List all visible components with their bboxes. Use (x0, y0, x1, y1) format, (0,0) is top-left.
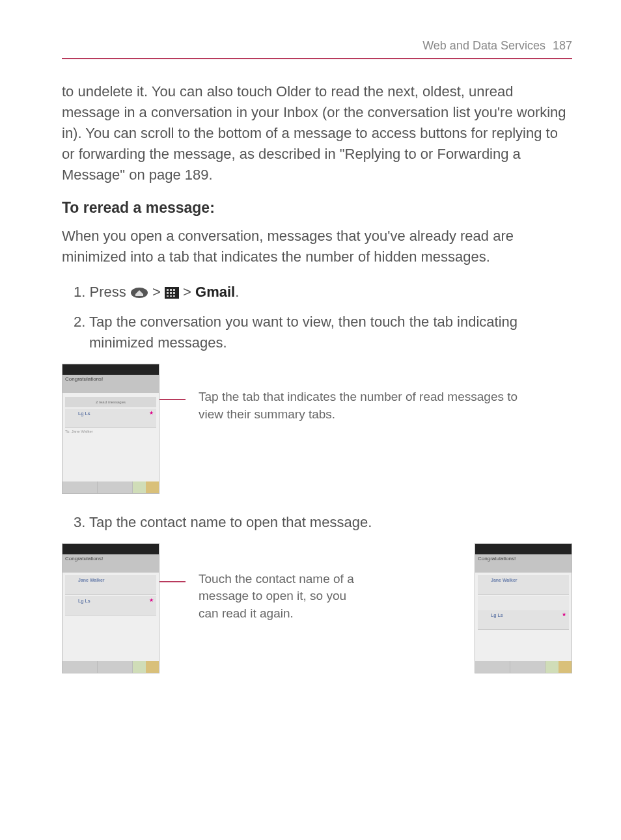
figure-row-2: Congratulations! Jane Walker Lg Ls ★ Tou… (62, 543, 572, 673)
callout-2: Touch the contact name of a message to o… (199, 571, 368, 623)
thumb-btn (475, 661, 510, 673)
thumb-btn (62, 661, 98, 673)
thumb-contact-row: Jane Walker (65, 575, 156, 595)
step-3-number: 3. (74, 514, 85, 530)
svg-rect-9 (170, 295, 172, 297)
thumb-contact-row: Jane Walker (478, 575, 569, 595)
page-header: Web and Data Services 187 (62, 39, 572, 59)
step-2-text: Tap the conversation you want to view, t… (89, 314, 518, 351)
sub-paragraph: When you open a conversation, messages t… (62, 226, 572, 267)
figure-row-1: Congratulations! 2 read messages Lg Ls ★… (62, 364, 572, 494)
read-messages-tab: 2 read messages (65, 397, 156, 407)
thumb-title-3: Congratulations! (475, 554, 572, 573)
thumb-msg-row: Lg Ls ★ (65, 596, 156, 616)
step-3-text: Tap the contact name to open that messag… (89, 514, 372, 530)
thumb-prev-icon (133, 481, 146, 493)
step-1-app: Gmail (195, 284, 235, 300)
grid-icon (165, 287, 179, 299)
screenshot-3: Congratulations! Jane Walker Lg Ls ★ (475, 543, 572, 673)
thumb-title-2: Congratulations! (62, 554, 159, 573)
thumb-next-icon (559, 661, 572, 673)
thumb-statusbar (475, 544, 572, 554)
thumb-prev-icon (545, 661, 559, 673)
screenshot-1: Congratulations! 2 read messages Lg Ls ★… (62, 364, 159, 494)
thumb-sender: Lg Ls (78, 599, 90, 603)
thumb-contact-name: Jane Walker (491, 578, 518, 582)
step-1-period: . (235, 284, 239, 300)
step-1-sep1: > (152, 284, 165, 300)
svg-rect-2 (167, 289, 169, 291)
svg-rect-7 (173, 292, 175, 294)
thumb-prev-icon (133, 661, 146, 673)
thumb-toolbar-3 (475, 661, 572, 673)
page-number: 187 (553, 39, 572, 52)
thumb-btn (98, 661, 133, 673)
svg-rect-6 (170, 292, 172, 294)
thumb-toolbar-2 (62, 661, 159, 673)
svg-rect-8 (167, 295, 169, 297)
svg-rect-4 (173, 289, 175, 291)
thumb-msg-row: Lg Ls ★ (478, 610, 569, 630)
thumb-statusbar (62, 544, 159, 554)
thumb-star-icon: ★ (562, 612, 566, 617)
callout-1: Tap the tab that indicates the number of… (199, 388, 537, 423)
thumb-body-2: Jane Walker Lg Ls ★ (62, 573, 159, 661)
thumb-opened-msg (478, 596, 569, 610)
thumb-statusbar (62, 364, 159, 375)
thumb-msg-row: Lg Ls ★ (65, 409, 156, 428)
thumb-sender: Lg Ls (78, 411, 90, 416)
subheading: To reread a message: (62, 199, 572, 217)
thumb-btn (62, 481, 98, 493)
svg-rect-3 (170, 289, 172, 291)
home-icon (130, 287, 148, 299)
screenshot-2: Congratulations! Jane Walker Lg Ls ★ (62, 543, 159, 673)
thumb-body-1: 2 read messages Lg Ls ★ To: Jane Walker (62, 393, 159, 481)
thumb-toolbar-1 (62, 481, 159, 493)
step-1-prefix: Press (89, 284, 130, 300)
svg-rect-5 (167, 292, 169, 294)
thumb-star-icon: ★ (149, 597, 154, 603)
step-3: 3. Tap the contact name to open that mes… (74, 512, 572, 533)
thumb-star-icon: ★ (149, 410, 154, 416)
header-title: Web and Data Services (422, 39, 545, 52)
step-1-number: 1. (74, 284, 85, 300)
svg-rect-10 (173, 295, 175, 297)
thumb-next-icon (146, 661, 159, 673)
thumb-sender: Lg Ls (491, 613, 503, 617)
thumb-body-3: Jane Walker Lg Ls ★ (475, 573, 572, 661)
step-2-number: 2. (74, 314, 85, 330)
callout-connector-2 (159, 581, 186, 582)
thumb-to: To: Jane Walker (65, 429, 156, 433)
callout-connector-1 (159, 399, 186, 400)
intro-paragraph: to undelete it. You can also touch Older… (62, 81, 572, 185)
thumb-next-icon (146, 481, 159, 493)
thumb-btn (98, 481, 133, 493)
steps-list: 1. Press > > Gmail. 2. Tap the conversat… (74, 282, 572, 353)
step-1: 1. Press > > Gmail. (74, 282, 572, 303)
thumb-title-1: Congratulations! (62, 375, 159, 393)
thumb-contact-name: Jane Walker (78, 578, 105, 582)
step-2: 2. Tap the conversation you want to view… (74, 312, 572, 353)
thumb-btn (510, 661, 545, 673)
step-1-sep2: > (183, 284, 195, 300)
steps-list-2: 3. Tap the contact name to open that mes… (74, 512, 572, 533)
